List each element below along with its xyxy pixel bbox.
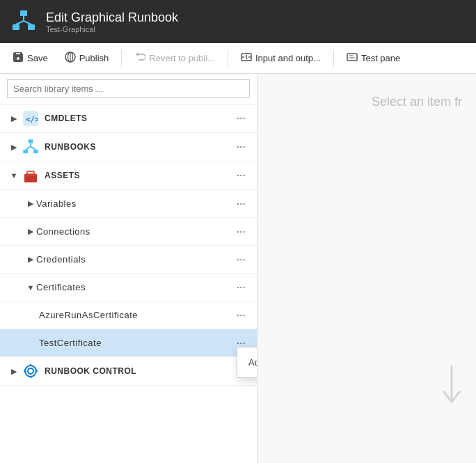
credentials-more[interactable]: ··· [234,253,248,267]
svg-rect-15 [33,150,38,153]
svg-rect-1 [13,24,19,30]
svg-line-17 [26,146,31,150]
input-output-icon [241,52,252,65]
sidebar-item-runbook-control[interactable]: ▶ RUNBOOK CONTROL ··· [0,357,257,386]
canvas-arrow-indicator [434,366,469,407]
svg-text:</>: </> [26,115,38,124]
app-icon [11,9,36,34]
library-list: ▶ </> CMDLETS ··· ▶ [0,104,257,463]
variables-label: Variables [36,198,234,209]
sidebar-item-cmdlets[interactable]: ▶ </> CMDLETS ··· [0,104,257,133]
svg-rect-13 [29,139,33,143]
toolbar-divider-1 [121,50,122,67]
publish-button[interactable]: Publish [58,46,116,71]
svg-line-5 [24,21,31,24]
svg-rect-22 [26,173,35,174]
test-pane-button[interactable]: Test pane [340,46,407,71]
save-label: Save [27,53,48,63]
expand-arrow-runbook-control: ▶ [8,367,19,376]
expand-arrow-variables: ▶ [25,199,36,208]
svg-line-18 [31,146,35,150]
revert-label: Revert to publi... [149,53,215,63]
cmdlets-more[interactable]: ··· [234,111,248,125]
toolbar-divider-3 [333,50,334,67]
svg-rect-10 [347,54,357,61]
publish-label: Publish [79,53,109,63]
main-layout: ▶ </> CMDLETS ··· ▶ [0,74,476,463]
sidebar-item-certificates[interactable]: ▼ Certificates ··· [0,274,257,301]
connections-label: Connections [36,226,234,237]
svg-line-4 [16,21,24,24]
expand-arrow-connections: ▶ [25,227,36,236]
azure-runas-cert-more[interactable]: ··· [234,308,248,322]
page-subtitle: Test-Graphical [46,25,178,33]
publish-icon [65,52,76,65]
canvas-hint: Select an item fr [372,95,462,109]
context-menu: Add to canvas [237,347,257,378]
connections-more[interactable]: ··· [234,225,248,239]
expand-arrow-runbooks: ▶ [8,143,19,152]
sidebar-item-credentials[interactable]: ▶ Credentials ··· [0,246,257,274]
runbook-control-label: RUNBOOK CONTROL [45,366,234,376]
input-output-button[interactable]: Input and outp... [234,46,328,71]
expand-arrow-cmdlets: ▶ [8,114,19,123]
variables-more[interactable]: ··· [234,197,248,211]
svg-rect-25 [24,370,26,372]
svg-rect-2 [28,24,35,30]
assets-more[interactable]: ··· [234,168,248,182]
search-input[interactable] [7,79,250,98]
test-pane-label: Test pane [361,53,400,63]
input-output-label: Input and outp... [255,53,321,63]
azure-runas-cert-label: AzureRunAsCertificate [39,310,234,320]
svg-rect-14 [23,150,28,153]
runbooks-icon [22,139,39,155]
credentials-label: Credentials [36,254,234,265]
save-icon [13,52,24,65]
search-box [0,74,257,104]
toolbar-divider-2 [228,50,228,67]
revert-button[interactable]: Revert to publi... [127,46,222,71]
runbooks-more[interactable]: ··· [234,140,248,154]
svg-rect-23 [30,364,31,366]
svg-rect-26 [35,370,38,372]
assets-label: ASSETS [45,171,234,180]
add-to-canvas-button[interactable]: Add to canvas [237,350,257,375]
assets-icon [22,167,39,184]
expand-arrow-assets: ▼ [8,171,19,180]
sidebar-item-test-cert[interactable]: TestCertificate ··· [0,329,257,357]
save-button[interactable]: Save [6,46,55,71]
page-title: Edit Graphical Runbook [46,10,178,25]
canvas-area: Select an item fr [257,74,476,463]
cmdlets-label: CMDLETS [45,113,234,123]
expand-arrow-credentials: ▶ [25,255,36,264]
certificates-label: Certificates [36,282,234,292]
title-text-group: Edit Graphical Runbook Test-Graphical [46,10,178,33]
sidebar-item-assets[interactable]: ▼ ASSETS ··· [0,162,257,190]
runbooks-label: RUNBOOKS [45,142,234,152]
certificates-more[interactable]: ··· [234,281,248,295]
revert-icon [134,52,145,65]
toolbar: Save Publish Revert to publi... Input an… [0,43,476,74]
test-pane-icon [347,52,358,65]
sidebar: ▶ </> CMDLETS ··· ▶ [0,74,257,463]
test-cert-label: TestCertificate [39,338,234,348]
svg-rect-0 [20,10,27,16]
svg-rect-24 [30,376,31,378]
sidebar-item-variables[interactable]: ▶ Variables ··· [0,190,257,218]
expand-arrow-certificates: ▼ [25,283,36,292]
sidebar-item-azure-runas-cert[interactable]: AzureRunAsCertificate ··· [0,301,257,329]
cmdlets-icon: </> [22,110,39,127]
sidebar-item-runbooks[interactable]: ▶ RUNBOOKS ··· [0,133,257,162]
title-bar: Edit Graphical Runbook Test-Graphical [0,0,476,43]
runbook-control-icon [22,363,39,379]
sidebar-item-connections[interactable]: ▶ Connections ··· [0,218,257,246]
